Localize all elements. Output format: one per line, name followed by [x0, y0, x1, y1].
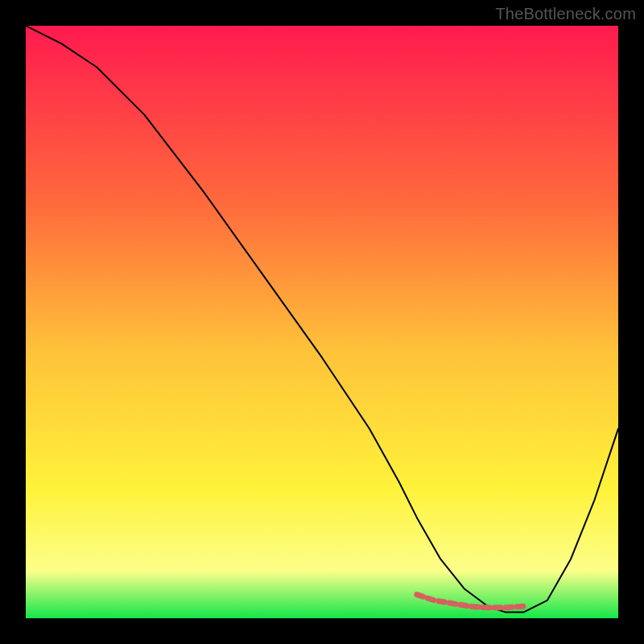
- gradient-background: [26, 26, 618, 618]
- chart-frame: { "watermark": "TheBottleneck.com", "cha…: [0, 0, 644, 644]
- chart-svg: [26, 26, 618, 618]
- plot-area: [26, 26, 618, 618]
- watermark-text: TheBottleneck.com: [495, 5, 636, 23]
